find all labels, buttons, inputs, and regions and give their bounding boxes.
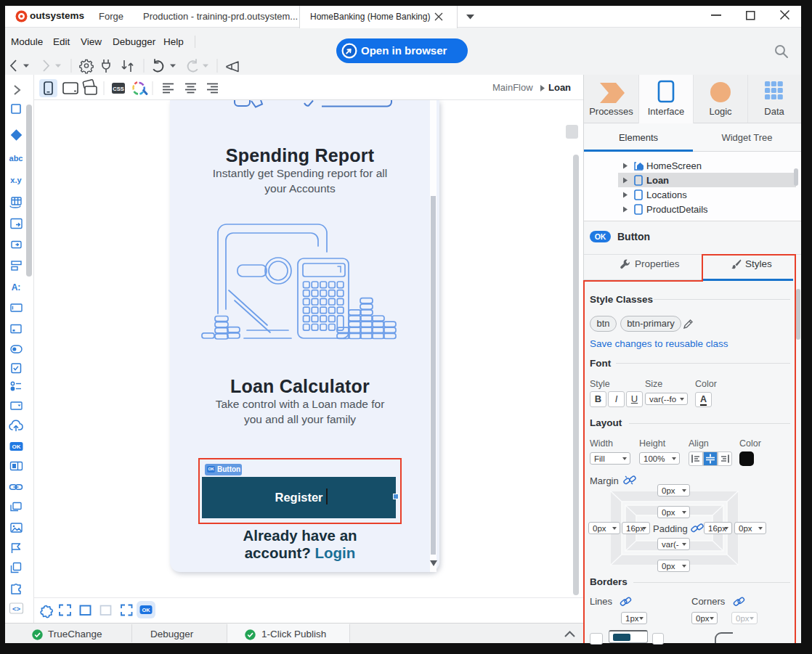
svg-text:CSS: CSS (113, 86, 123, 92)
svg-text:A:: A: (12, 282, 21, 293)
svg-text:<>: <> (12, 605, 21, 613)
svg-text:OK: OK (12, 444, 21, 450)
svg-text:abc: abc (9, 154, 23, 163)
svg-text:x.y: x.y (10, 176, 22, 184)
